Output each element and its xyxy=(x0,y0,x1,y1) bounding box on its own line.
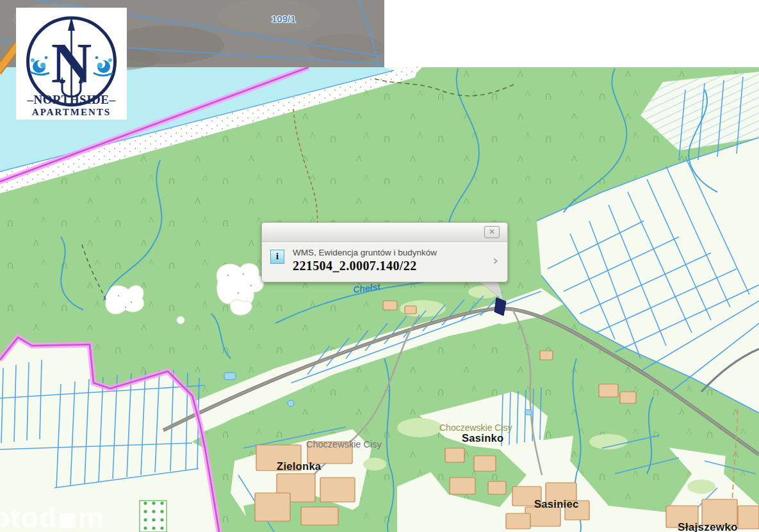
otodom-watermark: otod m xyxy=(0,501,104,532)
forest-area-label-west: Choczewskie Cisy xyxy=(306,439,382,449)
chevron-right-icon[interactable]: › xyxy=(493,254,500,267)
village-label-sasinko: Sasinko xyxy=(462,432,503,444)
village-label-zielonka: Zielonka xyxy=(277,460,321,472)
forest-area-label-east: Choczewskie Cisy xyxy=(439,423,512,433)
close-button[interactable]: ✕ xyxy=(484,226,500,238)
logo-name: –NORTHSIDE– xyxy=(27,93,116,106)
popup-body: i WMS, Ewidencja gruntów i budynków 2215… xyxy=(262,242,507,282)
northside-logo: N xyxy=(16,8,127,120)
wms-info-popup: ✕ i WMS, Ewidencja gruntów i budynków 22… xyxy=(261,222,508,282)
logo-subtitle: APARTMENTS xyxy=(32,107,111,117)
parcel-number: 221504_2.0007.140/22 xyxy=(293,258,437,273)
watermark-square-glyph xyxy=(60,513,75,528)
watermark-prefix: otod xyxy=(0,501,57,532)
wave-icon-right xyxy=(94,56,113,76)
map-viewport: ∩ Λ Λ xyxy=(0,0,759,532)
watermark-suffix: m xyxy=(78,501,104,532)
layer-source-label: WMS, Ewidencja gruntów i budynków xyxy=(293,248,437,258)
info-icon: i xyxy=(270,250,284,264)
wave-icon-left xyxy=(30,56,49,75)
popup-header[interactable]: ✕ xyxy=(262,223,507,242)
aerial-parcel-label: 109/1 xyxy=(272,13,296,24)
popup-content: WMS, Ewidencja gruntów i budynków 221504… xyxy=(293,248,437,273)
orchard xyxy=(140,501,167,532)
village-label-sasiniec: Sasiniec xyxy=(534,498,578,510)
village-label-slajszewko: Słajszewko xyxy=(678,521,738,532)
